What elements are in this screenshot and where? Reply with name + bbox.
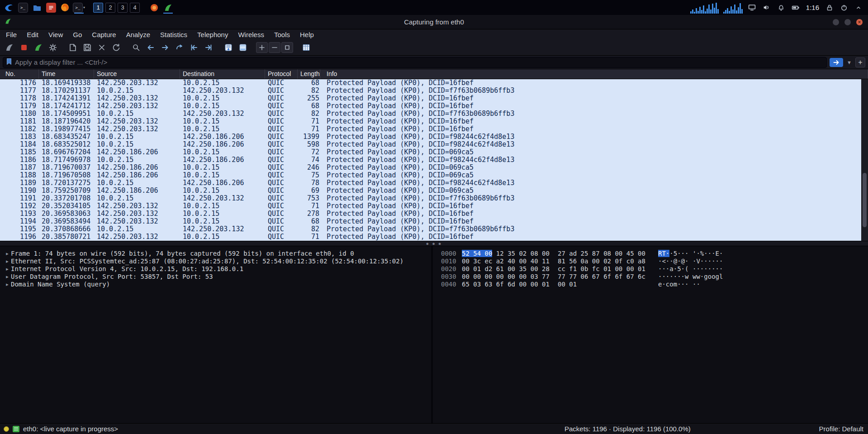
packet-row[interactable]: 119018.759250709142.250.186.20610.0.2.15…: [0, 187, 861, 195]
hex-row[interactable]: 001000 3c ec a2 40 00 40 1181 56 0a 00 0…: [441, 258, 868, 265]
filter-bookmark-icon[interactable]: [6, 58, 12, 67]
column-info[interactable]: Info: [320, 69, 868, 79]
workspace-3[interactable]: 3: [118, 3, 128, 13]
packet-list-scrollbar[interactable]: [861, 79, 868, 241]
menu-analyze[interactable]: Analyze: [121, 29, 155, 40]
menu-telephony[interactable]: Telephony: [192, 29, 233, 40]
zoom-in-button[interactable]: [256, 42, 268, 53]
filter-add-button[interactable]: +: [855, 57, 865, 67]
auto-scroll-button[interactable]: [222, 41, 235, 54]
menu-capture[interactable]: Capture: [87, 29, 121, 40]
capture-restart-button[interactable]: [32, 41, 45, 54]
wireshark-taskbar-icon[interactable]: [162, 1, 174, 14]
battery-icon[interactable]: [791, 3, 801, 13]
detail-line[interactable]: ▸Frame 1: 74 bytes on wire (592 bits), 7…: [4, 250, 429, 258]
reload-button[interactable]: [109, 41, 123, 54]
menu-help[interactable]: Help: [295, 29, 319, 40]
expand-arrow-icon[interactable]: ▸: [4, 258, 11, 265]
volume-icon[interactable]: [762, 3, 772, 13]
packet-row[interactable]: 119120.33720170810.0.2.15142.250.203.132…: [0, 195, 861, 202]
detail-line[interactable]: ▸Ethernet II, Src: PCSSystemtec_ad:25:87…: [4, 258, 429, 265]
firefox-icon[interactable]: [59, 1, 71, 14]
packet-row[interactable]: 119420.369583494142.250.203.13210.0.2.15…: [0, 218, 861, 225]
column-source[interactable]: Source: [94, 69, 180, 79]
close-button[interactable]: ✕: [856, 19, 863, 25]
clock[interactable]: 1:16: [805, 4, 820, 11]
expand-arrow-icon[interactable]: ▸: [4, 273, 11, 281]
packet-row[interactable]: 119620.385780721142.250.203.13210.0.2.15…: [0, 233, 861, 241]
column-no[interactable]: No.: [0, 69, 39, 79]
display-filter-input[interactable]: [15, 58, 824, 66]
packet-row[interactable]: 118518.696767204142.250.186.20610.0.2.15…: [0, 148, 861, 156]
packet-row[interactable]: 118918.72013727510.0.2.15142.250.186.206…: [0, 179, 861, 187]
file-open-button[interactable]: [66, 41, 80, 54]
column-time[interactable]: Time: [39, 69, 94, 79]
notifications-bell-icon[interactable]: [776, 3, 786, 13]
menu-go[interactable]: Go: [68, 29, 87, 40]
packet-row[interactable]: 117618.169419338142.250.203.13210.0.2.15…: [0, 79, 861, 87]
menu-statistics[interactable]: Statistics: [155, 29, 192, 40]
packet-row[interactable]: 119220.352034105142.250.203.13210.0.2.15…: [0, 202, 861, 210]
status-profile[interactable]: Profile: Default: [819, 425, 863, 433]
hex-row[interactable]: 000052 54 00 12 35 02 08 0027 ad 25 87 0…: [441, 250, 868, 258]
packet-row[interactable]: 117718.17029113710.0.2.15142.250.203.132…: [0, 87, 861, 95]
packet-row[interactable]: 119320.369583063142.250.203.13210.0.2.15…: [0, 210, 861, 218]
packet-row[interactable]: 118118.187196420142.250.203.13210.0.2.15…: [0, 118, 861, 125]
go-to-packet-button[interactable]: [173, 41, 186, 54]
terminal-dropdown-icon[interactable]: >_ ▾: [73, 1, 85, 14]
kali-logo-icon[interactable]: [3, 1, 15, 14]
power-icon[interactable]: [839, 3, 849, 13]
file-save-button[interactable]: [81, 41, 94, 54]
filter-apply-button[interactable]: [830, 58, 843, 67]
pane-splitter[interactable]: ● ● ●: [0, 241, 868, 246]
file-close-button[interactable]: [95, 41, 109, 54]
menu-edit[interactable]: Edit: [22, 29, 43, 40]
burpsuite-icon[interactable]: [148, 1, 160, 14]
packet-row[interactable]: 117918.174241712142.250.203.13210.0.2.15…: [0, 102, 861, 110]
workspace-1[interactable]: 1: [93, 3, 103, 13]
packet-row[interactable]: 118818.719670508142.250.186.20610.0.2.15…: [0, 172, 861, 179]
capture-stop-button[interactable]: [17, 41, 31, 54]
workspace-4[interactable]: 4: [130, 3, 140, 13]
packet-row[interactable]: 118618.71749697810.0.2.15142.250.186.206…: [0, 156, 861, 164]
column-length[interactable]: Length: [298, 69, 320, 79]
menu-file[interactable]: File: [1, 29, 22, 40]
zoom-out-button[interactable]: [269, 42, 280, 53]
expand-arrow-icon[interactable]: ▸: [4, 281, 11, 288]
text-editor-icon[interactable]: [45, 1, 57, 14]
capture-file-properties-icon[interactable]: [13, 426, 19, 432]
packet-row[interactable]: 118318.68343524710.0.2.15142.250.186.206…: [0, 133, 861, 141]
terminal-app-icon[interactable]: >_: [17, 1, 29, 14]
filter-dropdown-button[interactable]: ▼: [846, 60, 853, 65]
find-packet-button[interactable]: [129, 41, 143, 54]
hex-row[interactable]: 002000 01 d2 61 00 35 00 28cc f1 0b fc 0…: [441, 265, 868, 273]
minimize-button[interactable]: [833, 19, 839, 25]
detail-line[interactable]: ▸Internet Protocol Version 4, Src: 10.0.…: [4, 265, 429, 273]
expert-info-icon[interactable]: [4, 426, 9, 432]
go-forward-button[interactable]: [158, 41, 172, 54]
capture-options-button[interactable]: [46, 41, 60, 54]
packet-row[interactable]: 117818.174241391142.250.203.13210.0.2.15…: [0, 95, 861, 102]
packet-row[interactable]: 118018.17450995110.0.2.15142.250.203.132…: [0, 110, 861, 118]
packet-row[interactable]: 118218.198977415142.250.203.13210.0.2.15…: [0, 125, 861, 133]
workspace-2[interactable]: 2: [105, 3, 115, 13]
packet-row[interactable]: 119520.37086866610.0.2.15142.250.203.132…: [0, 225, 861, 233]
display-icon[interactable]: [747, 3, 757, 13]
column-protocol[interactable]: Protocol: [265, 69, 298, 79]
capture-start-button[interactable]: [3, 41, 16, 54]
resize-columns-button[interactable]: [299, 41, 313, 54]
go-back-button[interactable]: [144, 41, 157, 54]
packet-row[interactable]: 118718.719670037142.250.186.20610.0.2.15…: [0, 164, 861, 172]
lock-icon[interactable]: [825, 3, 835, 13]
go-first-button[interactable]: [187, 41, 201, 54]
packet-row[interactable]: 118418.68352501210.0.2.15142.250.186.206…: [0, 141, 861, 148]
colorize-button[interactable]: [236, 41, 250, 54]
column-destination[interactable]: Destination: [180, 69, 265, 79]
panel-chevron-icon[interactable]: [854, 3, 863, 13]
file-manager-icon[interactable]: [31, 1, 43, 14]
expand-arrow-icon[interactable]: ▸: [4, 265, 11, 273]
go-last-button[interactable]: [202, 41, 215, 54]
detail-line[interactable]: ▸Domain Name System (query): [4, 281, 429, 288]
expand-arrow-icon[interactable]: ▸: [4, 250, 11, 258]
maximize-button[interactable]: [844, 19, 851, 25]
